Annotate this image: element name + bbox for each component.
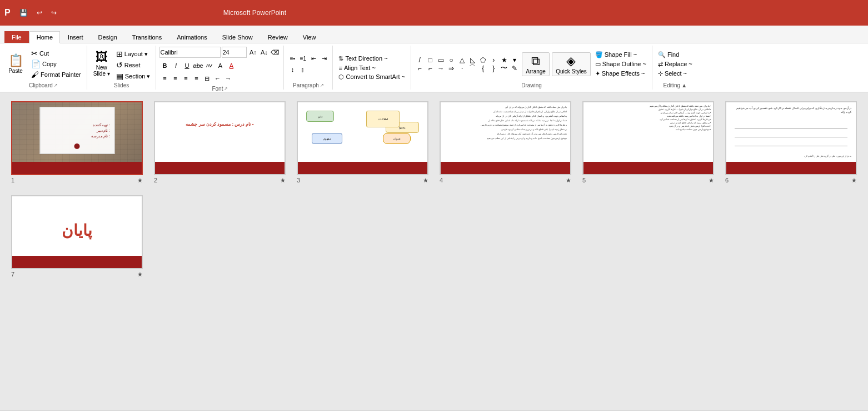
circle-shape[interactable]: ○ <box>446 56 456 64</box>
line-shape[interactable]: / <box>415 56 425 64</box>
bold-button[interactable]: B <box>159 61 169 71</box>
tab-animations[interactable]: Animations <box>169 31 214 43</box>
star-shape[interactable]: ★ <box>499 56 509 64</box>
editing-group: 🔍 Find ⇄ Replace ~ ⊹ Select ~ Editing ▲ <box>652 46 698 90</box>
strikethrough-button[interactable]: abc <box>193 61 203 71</box>
bracket-shape[interactable]: ⌐ <box>425 65 435 72</box>
slide-item[interactable]: بنا برای متن جمله داشته که منطق با قابل … <box>440 101 571 184</box>
slide-thumbnail-2[interactable]: • نام درس : مسمود کردن سر چشمه <box>154 101 286 175</box>
slide-item[interactable]: • بنا برای متن جمله داشته که منطق با قاب… <box>582 101 714 184</box>
block-arrow-shape[interactable]: ⇒ <box>446 65 456 72</box>
copy-button[interactable]: 📄 Copy <box>29 59 83 69</box>
tab-design[interactable]: Design <box>91 31 124 43</box>
slide-item[interactable]: • نام درس : مسمود کردن سر چشمه 2 ★ <box>154 101 286 184</box>
title-bar: Microsoft PowerPoint <box>223 9 286 17</box>
slide-item[interactable]: در آزمو مود درمان درمان نگاری که برایی ب… <box>725 101 857 184</box>
chevron-shape[interactable]: › <box>488 56 498 64</box>
slide-item[interactable]: پایان 7 ★ <box>11 195 143 278</box>
layout-button[interactable]: ⊞ Layout ▾ <box>114 49 153 59</box>
increase-indent-button[interactable]: ⇥ <box>319 53 329 63</box>
callout-shape[interactable]: ⬝ <box>457 65 467 72</box>
align-left-button[interactable]: ≡ <box>159 73 169 83</box>
tab-insert[interactable]: Insert <box>61 31 91 43</box>
new-slide-button[interactable]: 🖼 NewSlide ▾ <box>91 50 113 78</box>
slide-item[interactable]: : تهیه کننده : نام دبیر : نام مدرسه 1 ★ <box>11 101 143 184</box>
line-spacing-button[interactable]: ↕ <box>287 65 297 75</box>
tab-transitions[interactable]: Transitions <box>125 31 169 43</box>
italic-button[interactable]: I <box>171 61 181 71</box>
l-shape[interactable]: ⌐ <box>415 65 425 72</box>
tab-file[interactable]: File <box>4 31 29 43</box>
numbering-button[interactable]: ≡1 <box>298 53 308 63</box>
clear-formatting[interactable]: ⌫ <box>270 47 280 57</box>
shape-effects-button[interactable]: ✦ Shape Effects ~ <box>593 70 648 78</box>
font-expand[interactable]: ↗ <box>224 86 228 91</box>
align-right-button[interactable]: ≡ <box>181 73 191 83</box>
arrange-button[interactable]: ⧉ Arrange <box>522 52 550 76</box>
clipboard-expand[interactable]: ↗ <box>54 83 58 88</box>
tab-home[interactable]: Home <box>29 31 60 43</box>
rounded-rect-shape[interactable]: ▭ <box>436 56 446 64</box>
quick-styles-button[interactable]: ◈ Quick Styles <box>552 52 591 76</box>
slide-red-bar <box>726 162 856 174</box>
ltr-button[interactable]: → <box>223 73 233 83</box>
shadow-button[interactable]: AV <box>204 61 214 71</box>
triangle-shape[interactable]: △ <box>457 56 467 64</box>
justify-button[interactable]: ≡ <box>191 73 201 83</box>
tab-review[interactable]: Review <box>261 31 295 43</box>
slides-grid: : تهیه کننده : نام دبیر : نام مدرسه 1 ★ <box>11 101 857 278</box>
underline-button[interactable]: U <box>182 61 192 71</box>
bullets-button[interactable]: ≡• <box>287 53 297 63</box>
double-brace-shape[interactable]: } <box>488 65 498 72</box>
arrow-shape[interactable]: → <box>436 65 446 72</box>
columns-button[interactable]: ⫿ <box>298 65 308 75</box>
tab-slideshow[interactable]: Slide Show <box>215 31 260 43</box>
font-size-input[interactable] <box>222 47 247 58</box>
font-name-input[interactable] <box>159 47 221 58</box>
font-size-decrease[interactable]: A↓ <box>259 47 269 57</box>
decrease-indent-button[interactable]: ⇤ <box>308 53 318 63</box>
right-triangle-shape[interactable]: ◺ <box>467 56 477 64</box>
editing-collapse[interactable]: ▲ <box>681 82 687 88</box>
reset-button[interactable]: ↺ Reset <box>114 60 153 70</box>
cut-button[interactable]: ✂ Cut <box>29 48 83 58</box>
slide-thumbnail-3[interactable]: متن محتوا مفهوم اطلاعات عنوان <box>297 101 428 175</box>
find-button[interactable]: 🔍 Find <box>656 51 695 59</box>
section-button[interactable]: ▤ Section ▾ <box>114 71 153 81</box>
shape-outline-button[interactable]: ▭ Shape Outline ~ <box>593 60 648 68</box>
convert-smartart-button[interactable]: ⬡ Convert to SmartArt ~ <box>336 73 407 81</box>
text-direction-button[interactable]: ⇅ Text Direction ~ <box>336 55 407 63</box>
select-button[interactable]: ⊹ Select ~ <box>656 70 695 78</box>
replace-button[interactable]: ⇄ Replace ~ <box>656 60 695 68</box>
rect-shape[interactable]: □ <box>425 56 435 64</box>
format-painter-button[interactable]: 🖌 Format Painter <box>29 70 83 80</box>
quick-access-undo[interactable]: ↩ <box>37 9 42 17</box>
freeform-shape[interactable]: ✎ <box>510 65 520 72</box>
font-size-increase[interactable]: A↑ <box>248 47 258 57</box>
slide-thumbnail-1[interactable]: : تهیه کننده : نام دبیر : نام مدرسه <box>11 101 143 175</box>
col-button[interactable]: ⊟ <box>202 73 212 83</box>
tab-view[interactable]: View <box>296 31 323 43</box>
curve-shape[interactable]: ⌒ <box>467 65 477 72</box>
app-body: : تهیه کننده : نام دبیر : نام مدرسه 1 ★ <box>0 92 868 410</box>
slide-thumbnail-7[interactable]: پایان <box>11 195 143 269</box>
brace-shape[interactable]: { <box>478 65 488 72</box>
shape-fill-button[interactable]: 🪣 Shape Fill ~ <box>593 51 648 59</box>
char-spacing-button[interactable]: A <box>215 61 225 71</box>
quick-access-save[interactable]: 💾 <box>19 9 28 17</box>
wave-shape[interactable]: 〜 <box>499 65 509 72</box>
pentagon-shape[interactable]: ⬠ <box>478 56 488 64</box>
font-color-button[interactable]: A <box>226 61 236 71</box>
rtl-button[interactable]: ← <box>212 73 222 83</box>
shapes-grid: / □ ▭ ○ △ ◺ ⬠ › ★ ▾ ⌐ ⌐ → ⇒ ⬝ ⌒ { <box>415 56 520 72</box>
slide-thumbnail-5[interactable]: • بنا برای متن جمله داشته که منطق با قاب… <box>582 101 714 175</box>
quick-access-redo[interactable]: ↪ <box>51 9 57 17</box>
align-center-button[interactable]: ≡ <box>170 73 180 83</box>
slide-item[interactable]: متن محتوا مفهوم اطلاعات عنوان 3 ★ <box>297 101 428 184</box>
slide-thumbnail-4[interactable]: بنا برای متن جمله داشته که منطق با قابل … <box>440 101 571 175</box>
paragraph-expand[interactable]: ↗ <box>320 83 324 88</box>
paste-button[interactable]: 📋 Paste <box>3 53 28 75</box>
slide-thumbnail-6[interactable]: در آزمو مود درمان درمان نگاری که برایی ب… <box>725 101 857 175</box>
more-shapes[interactable]: ▾ <box>510 56 520 64</box>
align-text-button[interactable]: ≡ Align Text ~ <box>336 64 407 72</box>
